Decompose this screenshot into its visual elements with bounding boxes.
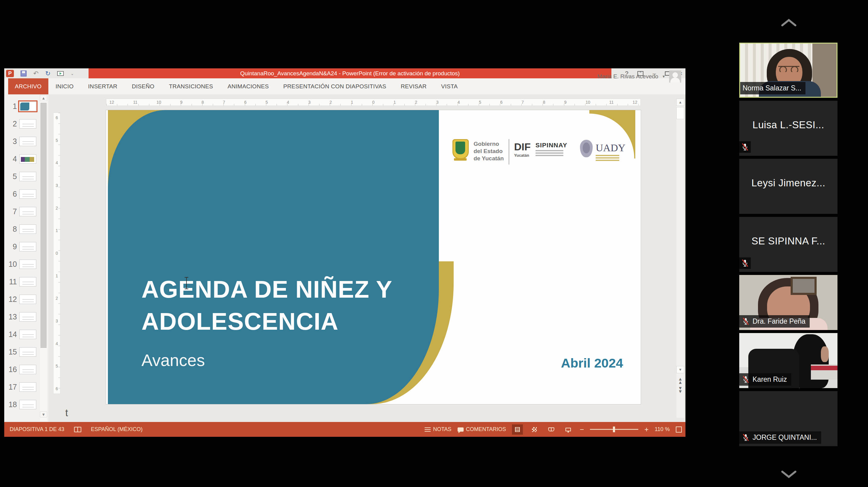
comments-toggle[interactable]: COMENTARIOS (458, 426, 506, 433)
horizontal-ruler: 1211109876543210123456789101112 (106, 98, 641, 106)
main-scrollbar[interactable]: ▲ ▼ ▲▲ ▼▼ (676, 98, 684, 418)
slide-date[interactable]: Abril 2024 (561, 356, 623, 371)
participants-panel: Norma Salazar S...Luisa L.-SESI...Leysi … (739, 42, 837, 449)
slide-thumbnail-2[interactable]: 2 (8, 119, 40, 128)
ruler-mark: 4 (56, 341, 58, 346)
tab-vista[interactable]: VISTA (434, 78, 465, 94)
spellcheck-icon[interactable] (74, 427, 81, 432)
scroll-down-icon[interactable]: ▼ (676, 366, 684, 373)
zoom-slider[interactable] (590, 429, 638, 430)
participant-tile[interactable]: Dra. Faride Peña (739, 275, 837, 330)
participant-tile[interactable]: JORGE QUINTANI... (739, 391, 837, 446)
language-indicator[interactable]: ESPAÑOL (MÉXICO) (91, 426, 143, 433)
slide-thumbnail-13[interactable]: 13 (8, 312, 40, 321)
participant-tile[interactable]: Luisa L.-SESI... (739, 101, 837, 156)
ruler-mark: 9 (564, 100, 567, 105)
slide-thumbnail-16[interactable]: 16 (8, 365, 40, 374)
reading-view-icon (548, 427, 554, 431)
slide-title[interactable]: AGENDA DE NIÑEZ Y ADOLESCENCIA (142, 274, 392, 338)
uady-crest-icon (580, 140, 593, 157)
tab-inicio[interactable]: INICIO (49, 78, 81, 94)
participants-scroll-up-button[interactable] (774, 17, 804, 29)
ruler-mark: 3 (308, 100, 311, 105)
ruler-mark: 5 (56, 138, 58, 143)
slide-thumbnail-10[interactable]: 10 (8, 260, 40, 269)
notes-toggle[interactable]: NOTAS (425, 426, 452, 433)
scrollbar-thumb[interactable] (676, 107, 684, 119)
slide-canvas[interactable]: Gobierno del Estado de Yucatán DIF Yucat… (106, 110, 641, 404)
fit-to-window-icon[interactable] (676, 427, 682, 433)
slide-thumbnail-7[interactable]: 7 (8, 207, 40, 216)
participants-scroll-down-button[interactable] (774, 468, 804, 480)
slide-thumbnail-17[interactable]: 17 (8, 382, 40, 392)
slide-thumbnail-5[interactable]: 5 (8, 172, 40, 181)
zoom-slider-thumb[interactable] (613, 427, 615, 432)
slide-thumbnail-4[interactable]: 4 (8, 154, 40, 164)
slide-thumbnail-6[interactable]: 6 (8, 189, 40, 199)
tab-insertar[interactable]: INSERTAR (81, 78, 125, 94)
redo-icon[interactable]: ↻ (45, 70, 51, 77)
slide-sorter-view-button[interactable] (529, 424, 540, 435)
normal-view-button[interactable] (512, 424, 523, 435)
ruler-mark: 6 (500, 100, 503, 105)
slide-thumbnail-9[interactable]: 9 (8, 242, 40, 251)
sipinnay-subtext-bars (535, 150, 567, 156)
slide-subtitle[interactable]: Avances (142, 351, 205, 370)
tab-animaciones[interactable]: ANIMACIONES (220, 78, 276, 94)
zoom-out-button[interactable]: − (580, 426, 584, 433)
tab-diseno[interactable]: DISEÑO (125, 78, 162, 94)
tab-revisar[interactable]: REVISAR (394, 78, 434, 94)
window-title: QuintanaRoo_AvancesAgendaN&A24 - PowerPo… (89, 68, 612, 78)
slide-thumbnail-15[interactable]: 15 (8, 347, 40, 356)
avatar[interactable] (669, 70, 681, 83)
thumbnail-number: 11 (8, 277, 17, 286)
start-slideshow-icon[interactable] (57, 71, 64, 76)
gobierno-label: Gobierno del Estado de Yucatán (473, 140, 504, 162)
gobierno-line1: Gobierno (473, 140, 504, 148)
account-area[interactable]: Maria E. Rivas Acevedo ▼ (597, 68, 681, 84)
uady-logo: UADY (580, 140, 625, 161)
undo-icon[interactable]: ↶ (33, 70, 39, 77)
tab-archivo[interactable]: ARCHIVO (8, 78, 49, 94)
slideshow-view-button[interactable] (563, 424, 574, 435)
ruler-mark: 2 (330, 100, 332, 105)
zoom-level[interactable]: 110 % (655, 426, 670, 433)
scroll-up-icon[interactable]: ▲ (40, 95, 47, 101)
slide-thumbnail-11[interactable]: 11 (8, 277, 40, 286)
participant-tile[interactable]: Norma Salazar S... (739, 42, 837, 98)
notes-text[interactable]: t (65, 407, 68, 419)
scrollbar-thumb[interactable] (40, 103, 46, 348)
save-icon[interactable] (21, 70, 27, 77)
slide-thumbnail-1[interactable]: 1 (8, 102, 40, 111)
thumbnail-preview (19, 295, 36, 304)
powerpoint-window: P ↶ ↻ ⌄ QuintanaRoo_AvancesAgendaN&A24 -… (4, 68, 685, 437)
tab-presentacion-con-diapositivas[interactable]: PRESENTACIÓN CON DIAPOSITIVAS (276, 78, 394, 94)
slide-thumbnail-18[interactable]: 18 (8, 400, 40, 409)
participant-label: Norma Salazar S... (740, 82, 805, 94)
previous-slide-icon[interactable]: ▲▲ (677, 377, 684, 384)
ruler-mark: 1 (351, 100, 353, 105)
ruler-mark: 1 (56, 274, 58, 278)
tab-transiciones[interactable]: TRANSICIONES (162, 78, 220, 94)
slide-thumbnail-12[interactable]: 12 (8, 295, 40, 304)
slide-thumbnail-14[interactable]: 14 (8, 330, 40, 339)
thumbnail-preview (19, 224, 36, 234)
zoom-in-button[interactable]: + (644, 426, 649, 433)
grid-view-icon (532, 427, 537, 432)
participant-tile[interactable]: SE SIPINNA F... (739, 217, 837, 272)
thumbnail-scrollbar[interactable]: ▲ ▼ (40, 95, 47, 421)
participant-tile[interactable]: Leysi Jimenez... (739, 159, 837, 214)
ruler-mark: 0 (56, 251, 58, 256)
slide-thumbnail-8[interactable]: 8 (8, 224, 40, 234)
powerpoint-logo-icon[interactable]: P (6, 70, 14, 77)
customize-qat-icon[interactable]: ⌄ (70, 71, 74, 76)
scroll-up-icon[interactable]: ▲ (676, 98, 684, 106)
desktop-background: P ↶ ↻ ⌄ QuintanaRoo_AvancesAgendaN&A24 -… (0, 0, 868, 487)
slide-thumbnail-3[interactable]: 3 (8, 137, 40, 146)
participant-tile[interactable]: Karen Ruiz (739, 333, 837, 388)
next-slide-icon[interactable]: ▼▼ (677, 386, 684, 393)
participant-name: Karen Ruiz (752, 375, 787, 383)
ruler-mark: 7 (223, 100, 225, 105)
scroll-down-icon[interactable]: ▼ (40, 411, 47, 418)
reading-view-button[interactable] (546, 424, 557, 435)
